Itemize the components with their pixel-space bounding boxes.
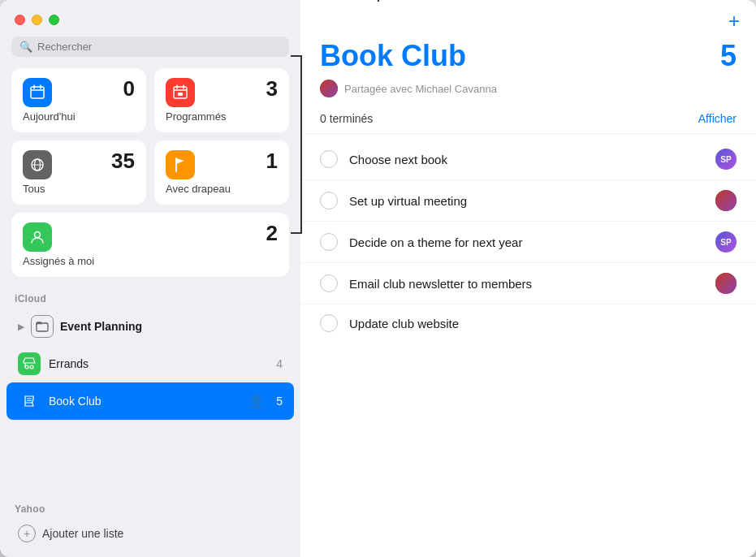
list-title: Book Club bbox=[320, 39, 466, 73]
smart-card-today[interactable]: 0 Aujourd'hui bbox=[11, 68, 146, 132]
scheduled-count: 3 bbox=[266, 78, 278, 99]
group-folder-icon bbox=[31, 315, 54, 338]
search-input[interactable] bbox=[37, 41, 281, 53]
smart-card-scheduled[interactable]: 3 Programmés bbox=[154, 68, 289, 132]
today-label: Aujourd'hui bbox=[23, 110, 135, 123]
assigned-label: Assignés à moi bbox=[23, 255, 278, 267]
task-checkbox[interactable] bbox=[320, 314, 338, 332]
task-checkbox[interactable] bbox=[320, 192, 338, 209]
task-row[interactable]: Update club website bbox=[300, 304, 756, 342]
today-icon bbox=[23, 78, 52, 107]
task-text: Set up virtual meeting bbox=[349, 194, 704, 208]
afficher-button[interactable]: Afficher bbox=[698, 112, 737, 125]
assigned-icon bbox=[23, 222, 52, 252]
task-row[interactable]: Email club newsletter to members bbox=[300, 263, 756, 304]
book-club-name: Book Club bbox=[49, 395, 240, 408]
completed-bar: 0 terminés Afficher bbox=[300, 107, 756, 134]
shared-by-row: Partagée avec Michael Cavanna bbox=[300, 76, 756, 107]
main-header: + bbox=[300, 0, 756, 39]
minimize-button[interactable] bbox=[32, 15, 42, 25]
shared-text: Partagée avec Michael Cavanna bbox=[344, 83, 497, 95]
completed-label: 0 terminés bbox=[320, 112, 373, 125]
group-item-event-planning[interactable]: ▶ Event Planning bbox=[6, 308, 294, 345]
traffic-lights bbox=[0, 0, 300, 37]
task-text: Email club newsletter to members bbox=[349, 277, 704, 291]
search-icon: 🔍 bbox=[19, 41, 32, 53]
book-club-icon bbox=[18, 390, 41, 412]
all-icon bbox=[23, 150, 52, 179]
errands-count: 4 bbox=[276, 357, 283, 370]
flagged-label: Avec drapeau bbox=[166, 183, 278, 195]
shared-user-avatar bbox=[320, 80, 338, 97]
tasks-list: Choose next book SP Set up virtual meeti… bbox=[300, 134, 756, 557]
task-row[interactable]: Decide on a theme for next year SP bbox=[300, 222, 756, 263]
smart-card-all[interactable]: 35 Tous bbox=[11, 140, 146, 205]
task-checkbox[interactable] bbox=[320, 274, 338, 292]
smart-lists-grid: 0 Aujourd'hui bbox=[0, 68, 300, 277]
shared-people-icon: 👤 bbox=[248, 394, 265, 409]
scheduled-icon bbox=[166, 78, 195, 107]
yahoo-section-label: Yahoo bbox=[0, 495, 300, 518]
chevron-right-icon: ▶ bbox=[18, 322, 24, 332]
list-count-badge: 5 bbox=[720, 39, 737, 73]
icloud-section-label: iCloud bbox=[0, 285, 300, 308]
task-text: Choose next book bbox=[349, 153, 704, 166]
svg-point-12 bbox=[35, 232, 41, 238]
task-checkbox[interactable] bbox=[320, 150, 338, 168]
all-label: Tous bbox=[23, 183, 135, 195]
add-task-button[interactable]: + bbox=[728, 11, 740, 31]
scheduled-label: Programmés bbox=[166, 110, 278, 123]
task-avatar bbox=[715, 273, 737, 294]
smart-card-flagged[interactable]: 1 Avec drapeau bbox=[154, 140, 289, 205]
app-window: Listes intelligentes 🔍 bbox=[0, 0, 756, 557]
errands-name: Errands bbox=[49, 357, 268, 370]
main-content: + Book Club 5 Partagée avec Michael Cava… bbox=[300, 0, 756, 557]
today-count: 0 bbox=[123, 78, 135, 99]
svg-rect-0 bbox=[31, 87, 44, 98]
smart-card-assigned[interactable]: 2 Assignés à moi bbox=[11, 213, 289, 277]
task-row[interactable]: Set up virtual meeting bbox=[300, 180, 756, 222]
svg-point-14 bbox=[25, 365, 28, 369]
add-list-label: Ajouter une liste bbox=[42, 527, 123, 540]
sidebar: 🔍 0 bbox=[0, 0, 300, 557]
add-list-button[interactable]: + Ajouter une liste bbox=[6, 518, 294, 549]
errands-icon bbox=[18, 352, 41, 375]
svg-rect-13 bbox=[37, 323, 48, 331]
assigned-count: 2 bbox=[266, 222, 278, 244]
task-avatar bbox=[715, 190, 737, 211]
list-item-errands[interactable]: Errands 4 bbox=[6, 345, 294, 382]
task-text: Update club website bbox=[349, 317, 737, 330]
svg-point-15 bbox=[30, 365, 33, 369]
task-text: Decide on a theme for next year bbox=[349, 235, 704, 249]
book-club-count: 5 bbox=[276, 395, 283, 408]
list-header: Book Club 5 bbox=[300, 39, 756, 76]
all-count: 35 bbox=[111, 150, 135, 171]
task-checkbox[interactable] bbox=[320, 233, 338, 251]
task-avatar: SP bbox=[715, 231, 737, 253]
group-name: Event Planning bbox=[60, 320, 142, 333]
flagged-count: 1 bbox=[266, 150, 278, 171]
close-button[interactable] bbox=[15, 15, 25, 25]
task-row[interactable]: Choose next book SP bbox=[300, 139, 756, 180]
search-bar[interactable]: 🔍 bbox=[11, 37, 289, 57]
flagged-icon bbox=[166, 150, 195, 179]
task-avatar: SP bbox=[715, 149, 737, 170]
main-layout: 🔍 0 bbox=[0, 0, 756, 557]
list-item-book-club[interactable]: Book Club 👤 5 bbox=[6, 382, 294, 420]
add-icon: + bbox=[18, 525, 36, 542]
fullscreen-button[interactable] bbox=[49, 15, 59, 25]
yahoo-section: Yahoo + Ajouter une liste bbox=[0, 495, 300, 557]
svg-rect-8 bbox=[178, 93, 183, 96]
